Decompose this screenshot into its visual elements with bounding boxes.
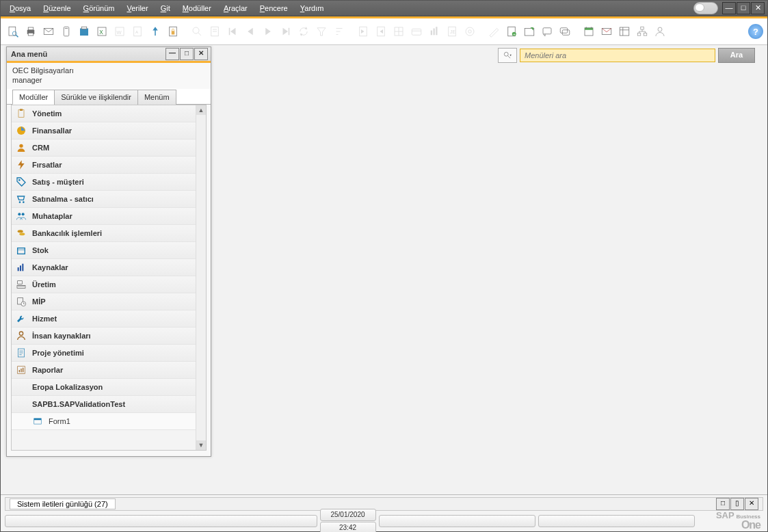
preview-icon[interactable]: [5, 23, 21, 40]
module-item-9[interactable]: Kaynaklar: [12, 259, 206, 276]
search-dropdown-icon[interactable]: [498, 48, 517, 63]
queries-wizard-icon[interactable]: [521, 23, 538, 40]
svg-marker-26: [230, 28, 236, 36]
mm-maximize-button[interactable]: □: [180, 48, 194, 60]
module-item-10[interactable]: Üretim: [12, 276, 206, 293]
next-record-icon[interactable]: [260, 23, 276, 40]
messages-icon[interactable]: [557, 23, 573, 40]
log-maximize-button[interactable]: ▯: [730, 498, 744, 510]
menu-edit[interactable]: Düzenle: [37, 2, 77, 14]
module-item-3[interactable]: Fırsatlar: [12, 157, 206, 174]
tab-drag-relate[interactable]: Sürükle ve ilişkilendir: [54, 90, 138, 105]
alerts-icon[interactable]: [539, 23, 555, 40]
module-item-1[interactable]: Finansallar: [12, 122, 206, 139]
tab-modules[interactable]: Modüller: [12, 90, 55, 105]
volume-icon[interactable]: [426, 23, 442, 40]
gross-profit-icon[interactable]: [390, 23, 407, 40]
tab-my-menu[interactable]: Menüm: [137, 90, 176, 105]
calendar-icon[interactable]: [581, 23, 597, 40]
payment-means-icon[interactable]: [408, 23, 425, 40]
menu-view[interactable]: Görünüm: [77, 2, 121, 14]
form-settings-icon[interactable]: +: [503, 23, 520, 40]
box-icon: [16, 245, 27, 256]
menu-window[interactable]: Pencere: [254, 2, 294, 14]
last-record-icon[interactable]: [278, 23, 294, 40]
scroll-down-icon[interactable]: ▼: [196, 440, 206, 450]
word-icon[interactable]: W: [111, 23, 128, 40]
search-button[interactable]: Ara: [718, 48, 755, 63]
menu-goto[interactable]: Git: [155, 2, 176, 14]
prev-record-icon[interactable]: [242, 23, 259, 40]
find-icon[interactable]: [189, 23, 205, 40]
module-item-17[interactable]: SAPB1.SAPValidationTest: [12, 396, 206, 413]
module-item-11[interactable]: MİP: [12, 293, 206, 310]
module-item-6[interactable]: Muhataplar: [12, 208, 206, 225]
close-button[interactable]: ✕: [751, 2, 765, 14]
menu-data[interactable]: Veriler: [120, 2, 154, 14]
module-item-16[interactable]: Eropa Lokalizasyon: [12, 379, 206, 396]
menu-tools[interactable]: Araçlar: [217, 2, 254, 14]
base-doc-icon[interactable]: [355, 23, 371, 40]
module-tree-scrollbar[interactable]: ▲ ▼: [196, 105, 206, 450]
menu-search-input[interactable]: [520, 49, 715, 62]
status-field-3: [538, 515, 695, 527]
mail-icon[interactable]: [40, 23, 57, 40]
branches-icon[interactable]: [634, 23, 650, 40]
layout-icon[interactable]: [486, 23, 502, 40]
filter-icon[interactable]: [313, 23, 330, 40]
context-help-icon[interactable]: ?: [748, 24, 763, 39]
main-menu-titlebar[interactable]: Ana menü — □ ✕: [7, 47, 211, 61]
sort-icon[interactable]: [331, 23, 347, 40]
add-icon[interactable]: [207, 23, 223, 40]
default-forms-icon[interactable]: [616, 23, 633, 40]
svg-point-86: [19, 201, 21, 203]
module-item-8[interactable]: Stok: [12, 242, 206, 259]
module-item-13[interactable]: İnsan kaynakları: [12, 328, 206, 345]
sms-icon[interactable]: [58, 23, 75, 40]
module-item-15[interactable]: Raporlar: [12, 362, 206, 379]
svg-marker-57: [531, 27, 534, 31]
fax-icon[interactable]: [76, 23, 92, 40]
module-item-label: Fırsatlar: [32, 161, 62, 169]
print-icon[interactable]: [23, 23, 39, 40]
svg-rect-66: [620, 27, 629, 36]
status-field-2: [379, 515, 535, 527]
svg-rect-0: [9, 27, 16, 36]
inbox-icon[interactable]: [598, 23, 615, 40]
module-item-12[interactable]: Hizmet: [12, 310, 206, 328]
minimize-button[interactable]: —: [722, 2, 736, 14]
module-item-label: Kaynaklar: [32, 263, 68, 271]
log-close-button[interactable]: ✕: [745, 498, 758, 510]
launch-app-icon[interactable]: [147, 23, 163, 40]
user-icon[interactable]: [652, 23, 668, 40]
excel-icon[interactable]: X: [94, 23, 110, 40]
first-record-icon[interactable]: [224, 23, 241, 40]
journal-icon[interactable]: JE: [444, 23, 460, 40]
trans-icon[interactable]: [462, 23, 478, 40]
clipboard-icon: [16, 108, 27, 119]
refresh-icon[interactable]: [295, 23, 312, 40]
lock-icon[interactable]: [165, 23, 181, 40]
menu-file[interactable]: Dosya: [3, 2, 37, 14]
mm-close-button[interactable]: ✕: [194, 48, 208, 60]
menu-modules[interactable]: Modüller: [176, 2, 217, 14]
module-item-18[interactable]: Form1: [12, 413, 206, 430]
module-item-0[interactable]: Yönetim: [12, 105, 206, 122]
system-log-tab[interactable]: Sistem iletileri günlüğü (27): [10, 498, 116, 509]
module-item-4[interactable]: Satış - müşteri: [12, 174, 206, 191]
theme-toggle[interactable]: [693, 2, 718, 14]
menu-help[interactable]: Yardım: [294, 2, 330, 14]
maximize-button[interactable]: □: [737, 2, 750, 14]
module-item-14[interactable]: Proje yönetimi: [12, 345, 206, 362]
svg-marker-29: [283, 28, 289, 36]
module-item-5[interactable]: Satınalma - satıcı: [12, 191, 206, 208]
scroll-up-icon[interactable]: ▲: [196, 105, 206, 115]
company-name: OEC Bilgisayarları: [12, 66, 205, 75]
module-item-2[interactable]: CRM: [12, 139, 206, 157]
mm-minimize-button[interactable]: —: [165, 48, 179, 60]
module-item-7[interactable]: Bankacılık işlemleri: [12, 225, 206, 242]
pdf-icon[interactable]: A: [129, 23, 146, 40]
coins-icon: [16, 228, 27, 239]
log-restore-button[interactable]: □: [716, 498, 730, 510]
target-doc-icon[interactable]: [373, 23, 389, 40]
